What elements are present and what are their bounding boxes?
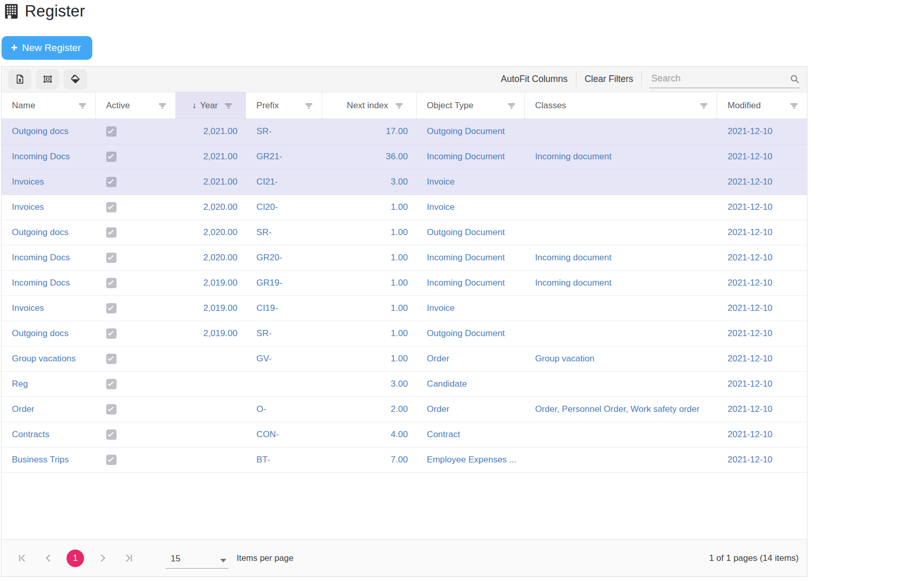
filter-icon[interactable] bbox=[698, 100, 710, 111]
column-header-next_index[interactable]: Next index bbox=[322, 92, 417, 119]
first-page-button[interactable] bbox=[13, 550, 30, 567]
table-row[interactable]: Reg3.00Candidate2021-12-10 bbox=[2, 372, 807, 397]
table-row[interactable]: ContractsCON-4.00Contract2021-12-10 bbox=[2, 422, 807, 447]
cell-modified: 2021-12-10 bbox=[717, 372, 807, 396]
cell-prefix: O- bbox=[246, 397, 322, 422]
check-icon bbox=[108, 254, 113, 259]
prev-page-button[interactable] bbox=[40, 550, 57, 567]
table-row[interactable]: Invoices2,019.00CI19-1.00Invoice2021-12-… bbox=[2, 296, 807, 321]
clear-filters-button[interactable]: Clear Filters bbox=[576, 67, 641, 92]
cell-name[interactable]: Invoices bbox=[2, 170, 96, 194]
check-icon bbox=[108, 430, 113, 436]
column-header-year[interactable]: ↓Year bbox=[176, 92, 246, 119]
cell-name[interactable]: Business Trips bbox=[2, 447, 96, 472]
cell-object_type: Outgoing Document bbox=[417, 321, 525, 346]
table-row[interactable]: Outgoing docs2,020.00SR-1.00Outgoing Doc… bbox=[2, 220, 807, 245]
search-input[interactable] bbox=[649, 73, 790, 85]
image-export-button[interactable] bbox=[36, 69, 59, 90]
filter-icon[interactable] bbox=[506, 100, 517, 111]
column-label: Prefix bbox=[256, 101, 278, 111]
cell-next_index: 17.00 bbox=[322, 119, 417, 144]
cell-classes bbox=[525, 195, 717, 220]
active-checkbox bbox=[106, 177, 117, 187]
column-header-object_type[interactable]: Object Type bbox=[417, 92, 525, 119]
cell-modified: 2021-12-10 bbox=[717, 245, 807, 270]
check-icon bbox=[108, 279, 113, 285]
cell-next_index: 2.00 bbox=[322, 397, 417, 422]
cell-year: 2,020.00 bbox=[176, 220, 246, 245]
cell-year: 2,019.00 bbox=[176, 271, 246, 295]
check-icon bbox=[108, 203, 113, 209]
last-page-button[interactable] bbox=[120, 550, 138, 567]
column-header-prefix[interactable]: Prefix bbox=[246, 92, 322, 119]
column-header-active[interactable]: Active bbox=[96, 92, 176, 119]
cell-next_index: 4.00 bbox=[322, 422, 417, 447]
check-icon bbox=[108, 405, 113, 411]
table-row[interactable]: Incoming Docs2,020.00GR20-1.00Incoming D… bbox=[2, 245, 807, 271]
new-register-button[interactable]: + New Register bbox=[2, 36, 92, 60]
cell-name[interactable]: Group vacations bbox=[2, 346, 96, 371]
table-row[interactable]: OrderO-2.00OrderOrder, Personnel Order, … bbox=[2, 397, 807, 422]
cell-next_index: 1.00 bbox=[322, 346, 417, 371]
cell-name[interactable]: Incoming Docs bbox=[2, 271, 96, 295]
grid-empty-area bbox=[2, 473, 807, 539]
active-checkbox bbox=[106, 278, 117, 288]
cell-name[interactable]: Contracts bbox=[2, 422, 96, 447]
check-icon bbox=[108, 153, 113, 158]
excel-export-button[interactable] bbox=[8, 69, 31, 90]
cell-object_type: Outgoing Document bbox=[417, 119, 525, 144]
cell-name[interactable]: Incoming Docs bbox=[2, 144, 96, 169]
cell-prefix: SR- bbox=[246, 119, 322, 144]
cell-classes bbox=[525, 220, 717, 245]
table-row[interactable]: Group vacationsGV-1.00OrderGroup vacatio… bbox=[2, 346, 807, 372]
cell-object_type: Candidate bbox=[417, 372, 525, 396]
cell-name[interactable]: Outgoing docs bbox=[2, 119, 96, 144]
column-header-classes[interactable]: Classes bbox=[525, 92, 717, 119]
table-row[interactable]: Incoming Docs2,021.00GR21-36.00Incoming … bbox=[2, 144, 807, 170]
autofit-columns-button[interactable]: AutoFit Columns bbox=[492, 67, 575, 92]
cell-year bbox=[176, 346, 246, 371]
table-row[interactable]: Incoming Docs2,019.00GR19-1.00Incoming D… bbox=[2, 271, 807, 296]
column-header-modified[interactable]: Modified bbox=[717, 92, 807, 119]
cell-year bbox=[176, 422, 246, 447]
filter-icon[interactable] bbox=[788, 100, 800, 111]
cell-next_index: 1.00 bbox=[322, 220, 417, 245]
cell-year: 2,019.00 bbox=[176, 321, 246, 346]
cell-year: 2,020.00 bbox=[176, 245, 246, 270]
active-checkbox bbox=[106, 429, 117, 440]
filter-icon[interactable] bbox=[393, 100, 405, 111]
table-row[interactable]: Outgoing docs2,021.00SR-17.00Outgoing Do… bbox=[2, 119, 807, 144]
column-label: Year bbox=[200, 101, 218, 111]
table-row[interactable]: Invoices2,020.00CI20-1.00Invoice2021-12-… bbox=[2, 195, 807, 220]
check-icon bbox=[108, 127, 113, 133]
next-page-button[interactable] bbox=[93, 550, 111, 567]
table-row[interactable]: Outgoing docs2,019.00SR-1.00Outgoing Doc… bbox=[2, 321, 807, 346]
cell-name[interactable]: Incoming Docs bbox=[2, 245, 96, 270]
cell-name[interactable]: Outgoing docs bbox=[2, 321, 96, 346]
new-register-label: New Register bbox=[22, 42, 81, 54]
column-header-name[interactable]: Name bbox=[2, 92, 96, 119]
cell-next_index: 1.00 bbox=[322, 321, 417, 346]
filter-icon[interactable] bbox=[303, 100, 315, 111]
table-row[interactable]: Invoices2,021.00CI21-3.00Invoice2021-12-… bbox=[2, 170, 807, 195]
page-size-select[interactable]: 15 bbox=[166, 548, 228, 569]
filter-icon[interactable] bbox=[77, 100, 88, 111]
filter-icon[interactable] bbox=[157, 100, 168, 111]
paint-bucket-button[interactable] bbox=[63, 69, 87, 90]
cell-modified: 2021-12-10 bbox=[717, 447, 807, 472]
cell-name[interactable]: Invoices bbox=[2, 296, 96, 321]
pager-summary: 1 of 1 pages (14 items) bbox=[709, 553, 799, 563]
filter-icon[interactable] bbox=[223, 100, 234, 111]
current-page-indicator[interactable]: 1 bbox=[67, 550, 84, 567]
table-row[interactable]: Business TripsBT-7.00Employee Expenses .… bbox=[2, 447, 807, 473]
cell-object_type: Invoice bbox=[417, 296, 525, 321]
cell-name[interactable]: Order bbox=[2, 397, 96, 422]
cell-prefix: CI19- bbox=[246, 296, 322, 321]
active-checkbox bbox=[106, 126, 117, 137]
cell-name[interactable]: Invoices bbox=[2, 195, 96, 220]
cell-name[interactable]: Reg bbox=[2, 372, 96, 396]
cell-name[interactable]: Outgoing docs bbox=[2, 220, 96, 245]
column-label: Name bbox=[12, 101, 35, 111]
cell-classes bbox=[525, 119, 717, 144]
toolbar-divider bbox=[641, 72, 642, 87]
